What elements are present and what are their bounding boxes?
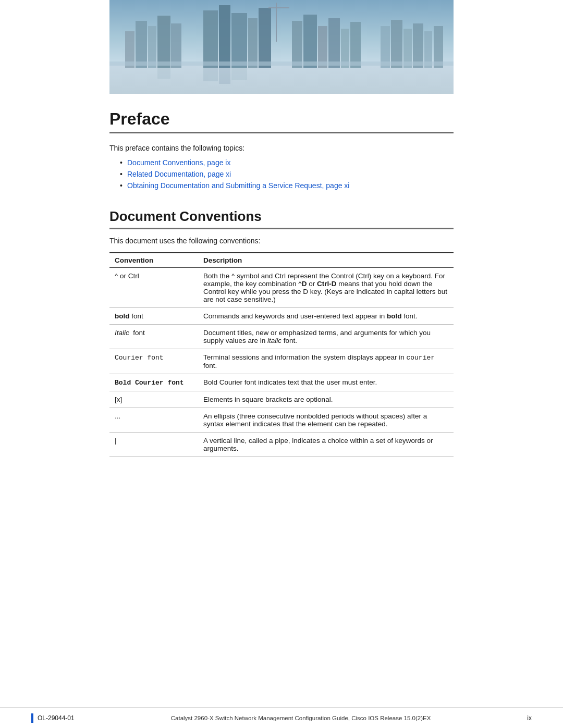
description-cell: Both the ^ symbol and Ctrl represent the… <box>198 268 454 308</box>
convention-cell: bold font <box>109 308 198 325</box>
table-row: Bold Courier font Bold Courier font indi… <box>109 374 454 391</box>
table-row: bold font Commands and keywords and user… <box>109 308 454 325</box>
svg-rect-8 <box>219 5 230 68</box>
toc-item-2: Related Documentation, page xi <box>120 170 454 178</box>
page-title: Preface <box>109 109 454 133</box>
convention-cell: ... <box>109 408 198 433</box>
header-image <box>109 0 454 94</box>
description-cell: Commands and keywords and user-entered t… <box>198 308 454 325</box>
svg-rect-15 <box>303 15 317 68</box>
footer-bar-icon <box>31 713 33 723</box>
table-row: ^ or Ctrl Both the ^ symbol and Ctrl rep… <box>109 268 454 308</box>
description-cell: Elements in square brackets are optional… <box>198 391 454 408</box>
toc-link-obtaining[interactable]: Obtaining Documentation and Submitting a… <box>127 181 349 190</box>
description-cell: Document titles, new or emphasized terms… <box>198 325 454 349</box>
convention-cell: Courier font <box>109 349 198 374</box>
toc-link-conventions[interactable]: Document Conventions, page ix <box>127 158 230 167</box>
footer-page-number: ix <box>527 714 532 722</box>
convention-cell: Bold Courier font <box>109 374 198 391</box>
description-cell: An ellipsis (three consecutive nonbolded… <box>198 408 454 433</box>
svg-rect-17 <box>328 18 340 68</box>
svg-rect-5 <box>157 16 170 68</box>
table-header-description: Description <box>198 253 454 268</box>
svg-rect-23 <box>413 23 423 68</box>
svg-rect-7 <box>203 10 218 68</box>
page-footer: OL-29044-01 Catalyst 2960-X Switch Netwo… <box>0 708 563 728</box>
convention-cell: ^ or Ctrl <box>109 268 198 308</box>
table-header-convention: Convention <box>109 253 198 268</box>
svg-rect-29 <box>231 66 247 80</box>
svg-rect-6 <box>171 23 181 68</box>
toc-link-related[interactable]: Related Documentation, page xi <box>127 170 231 178</box>
svg-rect-30 <box>157 66 170 79</box>
svg-rect-21 <box>391 20 402 68</box>
svg-rect-3 <box>136 21 147 68</box>
svg-rect-11 <box>259 8 271 68</box>
svg-rect-19 <box>350 22 361 68</box>
footer-doc-number: OL-29044-01 <box>38 714 75 722</box>
footer-center-text: Catalyst 2960-X Switch Network Managemen… <box>171 715 431 721</box>
footer-left: OL-29044-01 <box>31 713 75 723</box>
table-row: Courier font Terminal sessions and infor… <box>109 349 454 374</box>
main-content: Preface This preface contains the follow… <box>109 94 454 457</box>
conventions-table: Convention Description ^ or Ctrl Both th… <box>109 252 454 457</box>
svg-rect-14 <box>292 21 302 68</box>
convention-cell: Italic font <box>109 325 198 349</box>
svg-rect-10 <box>248 18 258 68</box>
section-title-conventions: Document Conventions <box>109 208 454 229</box>
description-cell: Bold Courier font indicates text that th… <box>198 374 454 391</box>
table-row: Italic font Document titles, new or emph… <box>109 325 454 349</box>
convention-cell: [x] <box>109 391 198 408</box>
svg-rect-9 <box>231 13 247 68</box>
toc-item-1: Document Conventions, page ix <box>120 158 454 167</box>
table-row: [x] Elements in square brackets are opti… <box>109 391 454 408</box>
svg-rect-26 <box>109 61 454 66</box>
preface-intro: This preface contains the following topi… <box>109 144 454 152</box>
table-row: | A vertical line, called a pipe, indica… <box>109 433 454 457</box>
toc-list: Document Conventions, page ix Related Do… <box>120 158 454 190</box>
description-cell: Terminal sessions and information the sy… <box>198 349 454 374</box>
toc-item-3: Obtaining Documentation and Submitting a… <box>120 181 454 190</box>
description-cell: A vertical line, called a pipe, indicate… <box>198 433 454 457</box>
svg-rect-27 <box>203 66 218 81</box>
table-row: ... An ellipsis (three consecutive nonbo… <box>109 408 454 433</box>
svg-rect-28 <box>219 66 230 84</box>
conventions-intro: This document uses the following convent… <box>109 237 454 245</box>
convention-cell: | <box>109 433 198 457</box>
